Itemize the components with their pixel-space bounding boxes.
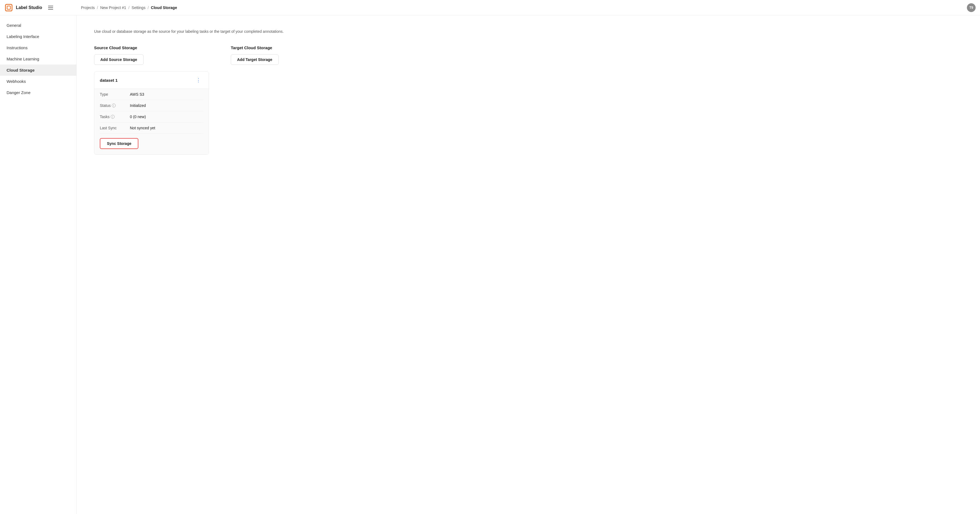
source-storage-title: Source Cloud Storage <box>94 45 209 50</box>
target-storage-title: Target Cloud Storage <box>231 45 345 50</box>
storage-type-value: AWS S3 <box>130 92 144 97</box>
sync-button-wrapper: Sync Storage <box>100 134 203 150</box>
sidebar-item-labeling-interface[interactable]: Labeling Interface <box>0 31 76 42</box>
storage-tasks-label: Tasks i <box>100 115 130 119</box>
target-storage-section: Target Cloud Storage Add Target Storage <box>231 45 345 65</box>
storage-status-value: Initialized <box>130 103 146 108</box>
svg-rect-1 <box>7 6 10 9</box>
svg-rect-0 <box>5 4 12 11</box>
storage-status-label: Status i <box>100 103 130 108</box>
storage-card-header: dataset 1 ⋮ <box>94 72 208 89</box>
sidebar-label-danger-zone: Danger Zone <box>6 90 30 95</box>
sidebar-label-machine-learning: Machine Learning <box>6 57 39 61</box>
main-content: Use cloud or database storage as the sou… <box>76 15 980 514</box>
sidebar-label-webhooks: Webhooks <box>6 79 26 84</box>
label-studio-logo-icon <box>5 3 13 12</box>
three-dot-icon: ⋮ <box>196 77 201 83</box>
breadcrumb-settings[interactable]: Settings <box>132 5 145 10</box>
storage-card-menu-button[interactable]: ⋮ <box>194 76 203 84</box>
hamburger-button[interactable] <box>47 5 54 11</box>
status-info-icon[interactable]: i <box>112 103 116 107</box>
sidebar-item-instructions[interactable]: Instructions <box>0 42 76 53</box>
page-description: Use cloud or database storage as the sou… <box>94 29 285 35</box>
storage-card-name: dataset 1 <box>100 78 118 83</box>
sidebar-item-cloud-storage[interactable]: Cloud Storage <box>0 65 76 76</box>
storage-type-label: Type <box>100 92 130 97</box>
storage-row-tasks: Tasks i 0 (0 new) <box>100 111 203 123</box>
storage-tasks-value: 0 (0 new) <box>130 115 146 119</box>
add-target-storage-button[interactable]: Add Target Storage <box>231 54 278 65</box>
topbar: Label Studio Projects / New Project #1 /… <box>0 0 980 15</box>
breadcrumb-sep-1: / <box>97 5 98 10</box>
storage-last-sync-value: Not synced yet <box>130 126 155 130</box>
layout: General Labeling Interface Instructions … <box>0 15 980 514</box>
storage-card: dataset 1 ⋮ Type AWS S3 Status <box>94 72 209 155</box>
tasks-info-icon[interactable]: i <box>111 115 115 119</box>
storage-row-status: Status i Initialized <box>100 100 203 111</box>
breadcrumb-sep-3: / <box>148 5 149 10</box>
sidebar-item-webhooks[interactable]: Webhooks <box>0 76 76 87</box>
storage-row-last-sync: Last Sync Not synced yet <box>100 123 203 134</box>
sidebar-label-labeling-interface: Labeling Interface <box>6 34 39 39</box>
add-source-storage-button[interactable]: Add Source Storage <box>94 54 143 65</box>
sidebar-item-machine-learning[interactable]: Machine Learning <box>0 53 76 65</box>
sync-storage-button[interactable]: Sync Storage <box>100 138 138 149</box>
breadcrumb: Projects / New Project #1 / Settings / C… <box>81 5 967 10</box>
storage-card-body: Type AWS S3 Status i Initialized <box>94 89 208 154</box>
breadcrumb-current: Cloud Storage <box>151 5 177 10</box>
logo-area: Label Studio <box>5 3 81 12</box>
sidebar-label-general: General <box>6 23 21 28</box>
breadcrumb-projects[interactable]: Projects <box>81 5 95 10</box>
storage-last-sync-label: Last Sync <box>100 126 130 130</box>
storage-row-type: Type AWS S3 <box>100 89 203 100</box>
sidebar: General Labeling Interface Instructions … <box>0 15 76 514</box>
sidebar-item-general[interactable]: General <box>0 20 76 31</box>
avatar[interactable]: T9 <box>967 3 975 12</box>
breadcrumb-project[interactable]: New Project #1 <box>100 5 126 10</box>
sidebar-label-instructions: Instructions <box>6 45 28 50</box>
breadcrumb-sep-2: / <box>128 5 129 10</box>
logo-text: Label Studio <box>16 5 42 10</box>
storage-grid: Source Cloud Storage Add Source Storage … <box>94 45 963 155</box>
sidebar-label-cloud-storage: Cloud Storage <box>6 68 35 72</box>
sidebar-item-danger-zone[interactable]: Danger Zone <box>0 87 76 98</box>
source-storage-section: Source Cloud Storage Add Source Storage … <box>94 45 209 155</box>
